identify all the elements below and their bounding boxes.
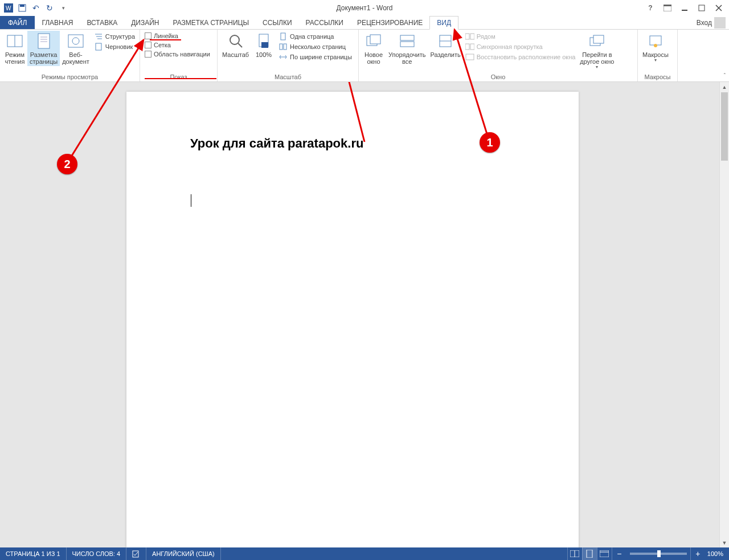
svg-rect-25 [261,42,268,48]
ribbon-display-options-icon[interactable] [662,2,673,14]
annotation-badge-1: 1 [480,132,500,153]
minimize-icon[interactable] [679,2,690,14]
qat-customize-icon[interactable]: ▾ [58,3,68,13]
checkbox-icon [145,32,151,39]
zoom-slider-knob[interactable] [657,550,661,557]
print-layout-button[interactable]: Разметка страницы [27,31,60,66]
zoom-button[interactable]: Масштаб [220,31,251,59]
new-window-button[interactable]: Новое окно [361,31,386,66]
zoom-100-button[interactable]: 100% [251,31,276,59]
arrange-all-button[interactable]: Упорядочить все [386,31,428,66]
scroll-up-icon[interactable]: ▲ [720,82,729,92]
scroll-down-icon[interactable]: ▼ [720,538,729,547]
sign-in[interactable]: Вход [697,16,729,29]
outline-label: Структура [105,33,135,40]
zoom-100-label: 100% [256,51,272,58]
svg-rect-32 [400,35,414,40]
tab-view[interactable]: ВИД [429,16,458,30]
maximize-icon[interactable] [696,2,707,14]
tab-mailings[interactable]: РАССЫЛКИ [299,16,350,29]
svg-rect-5 [664,5,671,6]
status-language[interactable]: АНГЛИЙСКИЙ (США) [146,547,221,560]
one-page-label: Одна страница [290,33,334,40]
zoom-slider[interactable] [630,553,687,555]
title-bar: W ↶ ↻ ▾ Документ1 - Word ? [0,0,729,16]
ruler-label: Линейка [154,32,178,39]
new-window-icon [364,32,383,50]
reset-window-label: Восстановить расположение окна [477,54,576,60]
quick-access-toolbar: W ↶ ↻ ▾ [0,3,68,13]
web-layout-icon [67,32,85,50]
svg-rect-31 [370,35,380,44]
svg-rect-26 [281,33,285,40]
svg-rect-21 [96,43,101,50]
page-width-button[interactable]: По ширине страницы [279,52,352,62]
tab-references[interactable]: ССЫЛКИ [256,16,298,29]
tab-file[interactable]: ФАЙЛ [0,16,35,29]
arrange-all-label: Упорядочить все [388,51,425,65]
navigation-pane-label: Область навигации [154,51,210,58]
document-workspace[interactable]: Урок для сайта paratapok.ru ▲ ▼ [0,82,729,547]
svg-point-17 [72,38,79,44]
scroll-thumb[interactable] [721,92,728,161]
status-proofing[interactable] [126,547,146,560]
outline-button[interactable]: Структура [94,32,135,41]
tab-home[interactable]: ГЛАВНАЯ [35,16,80,29]
switch-windows-label: Перейти в другое окно [580,51,614,65]
one-page-button[interactable]: Одна страница [279,32,352,41]
gridlines-checkbox[interactable]: Сетка [145,41,210,49]
svg-rect-28 [284,44,286,50]
view-side-by-side-button: Рядом [465,32,576,41]
svg-rect-43 [650,36,661,45]
zoom-label: Масштаб [222,51,249,58]
read-mode-button[interactable]: Режим чтения [2,31,27,66]
draft-icon [94,42,103,51]
reset-window-icon [465,52,474,62]
help-icon[interactable]: ? [645,2,656,14]
macros-icon [646,32,665,50]
multi-page-button[interactable]: Несколько страниц [279,42,352,51]
web-layout-label: Веб- документ [62,51,89,65]
document-page[interactable]: Урок для сайта paratapok.ru [126,92,579,547]
read-mode-icon [6,32,24,50]
svg-line-23 [238,43,242,47]
status-print-layout-icon[interactable] [582,547,597,560]
sync-scroll-icon [465,42,474,51]
switch-windows-icon [588,32,606,50]
status-page[interactable]: СТРАНИЦА 1 ИЗ 1 [0,547,67,560]
zoom-out-button[interactable]: − [612,547,626,560]
tab-page-layout[interactable]: РАЗМЕТКА СТРАНИЦЫ [166,16,256,29]
group-views-label: Режимы просмотра [2,72,137,81]
read-mode-label: Режим чтения [5,51,25,65]
collapse-ribbon-icon[interactable]: ˆ [724,73,726,79]
draft-button[interactable]: Черновик [94,42,135,51]
vertical-scrollbar[interactable]: ▲ ▼ [719,82,729,547]
zoom-in-button[interactable]: + [690,547,705,560]
web-layout-button[interactable]: Веб- документ [60,31,92,66]
svg-rect-38 [465,44,469,50]
outline-icon [94,32,103,41]
split-button[interactable]: Разделить [428,31,462,59]
group-window-label: Окно [361,72,635,81]
status-read-mode-icon[interactable] [567,547,582,560]
switch-windows-button[interactable]: Перейти в другое окно ▾ [578,31,616,71]
macros-button[interactable]: Макросы ▾ [640,31,671,64]
proofing-icon [132,550,140,558]
status-web-layout-icon[interactable] [597,547,612,560]
ruler-checkbox[interactable]: Линейка [145,32,210,40]
save-icon[interactable] [17,3,27,13]
zoom-percent[interactable]: 100% [705,550,729,557]
svg-rect-39 [470,44,474,50]
navigation-pane-checkbox[interactable]: Область навигации [145,50,210,58]
group-zoom: Масштаб 100% Одна страница Несколько стр… [218,30,359,81]
redo-icon[interactable]: ↻ [44,3,55,13]
status-word-count[interactable]: ЧИСЛО СЛОВ: 4 [67,547,127,560]
svg-rect-7 [699,5,705,11]
tab-review[interactable]: РЕЦЕНЗИРОВАНИЕ [350,16,429,29]
tab-insert[interactable]: ВСТАВКА [80,16,124,29]
tab-design[interactable]: ДИЗАЙН [124,16,166,29]
svg-rect-27 [280,44,282,50]
close-icon[interactable] [713,2,724,14]
undo-icon[interactable]: ↶ [31,3,41,13]
svg-line-46 [0,82,23,162]
